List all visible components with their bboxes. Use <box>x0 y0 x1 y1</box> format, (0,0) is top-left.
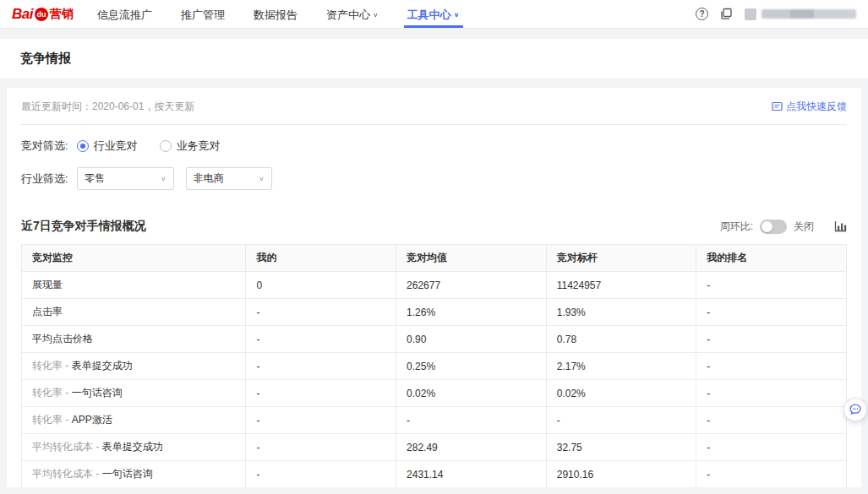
industry-filter-row: 行业筛选: 零售 ∨ 非电商 ∨ <box>21 167 847 190</box>
user-name-redacted <box>762 9 856 19</box>
metric-name-cell: 平均点击价格 <box>22 326 246 353</box>
metric-value-cell: 0.02% <box>396 380 547 407</box>
sub-industry-select[interactable]: 非电商 ∨ <box>186 167 272 190</box>
metric-value-cell: - <box>396 407 547 434</box>
metric-name-cell: 点击率 <box>22 299 246 326</box>
chevron-down-icon: ∨ <box>373 12 379 19</box>
radio-label: 业务竞对 <box>177 138 221 154</box>
competitor-type-radio-group: 行业竞对 业务竞对 <box>77 138 221 154</box>
competitive-intel-panel: 最近更新时间：2020-06-01，按天更新 点我快速反馈 竞对筛选: 行业竞对… <box>7 88 861 487</box>
metric-value-cell: 1.26% <box>396 299 547 326</box>
nav-item-label: 资产中心 <box>326 8 370 23</box>
industry-select[interactable]: 零售 ∨ <box>77 167 174 190</box>
nav-item-feed-promotion[interactable]: 信息流推广 <box>97 0 152 28</box>
column-header: 竞对均值 <box>396 245 547 272</box>
baidu-logo[interactable]: Bai du 营销 <box>12 0 74 28</box>
chevron-down-icon: ∨ <box>161 176 167 182</box>
column-header: 我的 <box>246 245 396 272</box>
update-row: 最近更新时间：2020-06-01，按天更新 点我快速反馈 <box>21 100 847 114</box>
nav-item-label: 数据报告 <box>254 8 298 23</box>
competitor-intel-table: 竞对监控我的竞对均值竞对标杆我的排名 展现量026267711424957-点击… <box>21 244 847 487</box>
page-title: 竞争情报 <box>20 51 848 67</box>
top-nav: Bai du 营销 信息流推广 推广管理 数据报告 资产中心 ∨ 工具中心 ∨ … <box>0 0 868 29</box>
metric-prefix: 转化率 - <box>32 414 72 426</box>
nav-item-tool-center[interactable]: 工具中心 ∨ <box>407 0 460 28</box>
table-body: 展现量026267711424957-点击率-1.26%1.93%-平均点击价格… <box>22 272 847 488</box>
metric-name-cell: 转化率 - APP激活 <box>22 407 246 434</box>
radio-business-competitor[interactable]: 业务竞对 <box>160 138 221 154</box>
question-circle-icon: ? <box>696 8 708 20</box>
metric-name-cell: 展现量 <box>22 272 246 299</box>
feedback-icon <box>772 101 783 112</box>
industry-select-value: 零售 <box>85 171 105 186</box>
metric-value-cell: 2910.16 <box>546 461 696 488</box>
chevron-down-icon: ∨ <box>259 176 265 182</box>
logo-product-text: 营销 <box>50 7 74 22</box>
table-row: 转化率 - 表单提交成功-0.25%2.17%- <box>22 353 847 380</box>
metric-value-cell: - <box>246 461 396 488</box>
metric-value-cell: - <box>696 380 847 407</box>
section-header-row: 近7日竞争对手情报概况 周环比: 关闭 <box>21 219 847 234</box>
metric-value-cell: - <box>246 326 396 353</box>
baidu-paw-icon: du <box>35 8 48 21</box>
metric-name-cell: 平均转化成本 - 表单提交成功 <box>22 434 246 461</box>
wow-toggle[interactable] <box>760 220 787 234</box>
avatar <box>745 8 756 20</box>
column-header: 竞对标杆 <box>546 245 696 272</box>
radio-label: 行业竞对 <box>94 138 138 154</box>
help-button[interactable]: ? <box>696 8 708 20</box>
wow-toggle-label: 周环比: <box>720 220 753 234</box>
quick-feedback-label: 点我快速反馈 <box>786 100 847 114</box>
metric-value-cell: 0.25% <box>396 353 547 380</box>
metric-value-cell: - <box>246 353 396 380</box>
bar-chart-icon <box>834 220 847 232</box>
metric-value-cell: 0.90 <box>396 326 547 353</box>
competitor-filter-label: 竞对筛选: <box>21 138 68 154</box>
metric-value-cell: - <box>696 353 847 380</box>
chevron-down-icon: ∨ <box>454 12 460 19</box>
floating-chat-button[interactable] <box>843 398 867 421</box>
metric-value-cell: - <box>246 380 396 407</box>
nav-item-label: 信息流推广 <box>97 8 152 23</box>
table-row: 转化率 - 一句话咨询-0.02%0.02%- <box>22 380 847 407</box>
metric-value-cell: - <box>696 272 847 299</box>
table-row: 转化率 - APP激活---- <box>22 407 847 434</box>
metric-value-cell: 0.78 <box>546 326 696 353</box>
user-account[interactable] <box>745 8 856 20</box>
radio-icon <box>160 140 172 152</box>
metric-value-cell: 11424957 <box>546 272 696 299</box>
metric-value-cell: - <box>246 299 396 326</box>
table-row: 展现量026267711424957- <box>22 272 847 299</box>
radio-icon <box>77 140 89 152</box>
metric-value-cell: 282.49 <box>396 434 547 461</box>
metric-value-cell: 32.75 <box>546 434 696 461</box>
metric-value-cell: 2.17% <box>546 353 696 380</box>
column-header: 我的排名 <box>696 245 847 272</box>
nav-item-data-report[interactable]: 数据报告 <box>254 0 298 28</box>
metric-name-cell: 平均转化成本 - 一句话咨询 <box>22 461 246 488</box>
docs-copy-button[interactable] <box>720 8 733 20</box>
table-header-row: 竞对监控我的竞对均值竞对标杆我的排名 <box>22 245 847 272</box>
nav-item-asset-center[interactable]: 资产中心 ∨ <box>326 0 379 28</box>
table-row: 平均转化成本 - 表单提交成功-282.4932.75- <box>22 434 847 461</box>
metric-value-cell: 1.93% <box>546 299 696 326</box>
radio-industry-competitor[interactable]: 行业竞对 <box>77 138 138 154</box>
table-row: 平均点击价格-0.900.78- <box>22 326 847 353</box>
metric-value-cell: - <box>696 434 847 461</box>
metric-value-cell: 2431.14 <box>396 461 547 488</box>
metric-name-cell: 转化率 - 一句话咨询 <box>22 380 246 407</box>
metric-value-cell: - <box>246 407 396 434</box>
metric-value-cell: - <box>696 461 847 488</box>
nav-item-promotion-management[interactable]: 推广管理 <box>181 0 225 28</box>
metric-value-cell: - <box>246 434 396 461</box>
last-update-time: 最近更新时间：2020-06-01，按天更新 <box>21 100 194 114</box>
quick-feedback-link[interactable]: 点我快速反馈 <box>772 100 847 114</box>
page-title-bar: 竞争情报 <box>0 39 868 78</box>
metric-prefix: 转化率 - <box>32 360 72 372</box>
metric-prefix: 平均转化成本 - <box>32 441 102 453</box>
metric-value-cell: - <box>696 407 847 434</box>
metric-value-cell: 262677 <box>396 272 547 299</box>
chart-view-button[interactable] <box>834 220 847 232</box>
nav-item-label: 工具中心 <box>407 8 451 23</box>
logo-bai-text: Bai <box>12 6 33 23</box>
